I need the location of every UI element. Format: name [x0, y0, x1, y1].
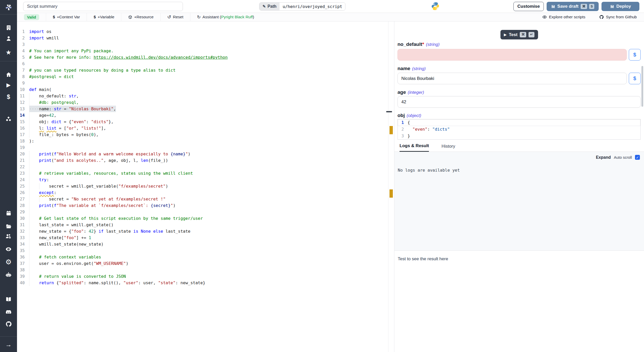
sidebar-item-schedules[interactable]: [0, 209, 17, 217]
age-input[interactable]: [397, 96, 641, 108]
json-editor-line[interactable]: 3}: [398, 133, 640, 139]
code-line[interactable]: 30 # Get last state of this script execu…: [17, 215, 388, 222]
code-line[interactable]: 6: [17, 61, 388, 67]
name-var-picker-button[interactable]: $: [629, 73, 641, 84]
add-resource-button[interactable]: +Resource: [121, 13, 160, 21]
obj-json-editor[interactable]: 1{2 "even": "dicts"3}: [397, 119, 641, 140]
code-line[interactable]: 24 try:: [17, 177, 388, 183]
name-input[interactable]: [397, 73, 627, 84]
code-line[interactable]: 33 new_state["foo"] += 1: [17, 234, 388, 241]
code-line[interactable]: 29: [17, 209, 388, 215]
code-line[interactable]: 32 new_state = {"foo": 42} if last_state…: [17, 228, 388, 234]
sidebar-item-favorites[interactable]: ★: [0, 48, 17, 57]
sidebar-item-variables[interactable]: $: [0, 93, 17, 101]
tab-logs-result[interactable]: Logs & Result: [400, 141, 429, 152]
sidebar-item-audit-logs[interactable]: [0, 245, 17, 254]
code-line[interactable]: 18):: [17, 138, 388, 144]
code-line[interactable]: 26 except:: [17, 189, 388, 196]
code-line[interactable]: 8#postgresql = dict: [17, 73, 388, 80]
field-label-age: age(integer): [397, 89, 424, 95]
code-line[interactable]: 31 last_state = wmill.get_state(): [17, 222, 388, 228]
code-line[interactable]: 5# See here for more info: https://docs.…: [17, 54, 388, 61]
sidebar-item-groups[interactable]: [0, 232, 17, 241]
expand-button[interactable]: Expand: [596, 155, 611, 160]
code-line[interactable]: 20 print(f"Hello World and a warm welcom…: [17, 151, 388, 157]
code-line[interactable]: 25 secret = wmill.get_variable("f/exampl…: [17, 183, 388, 189]
code-line[interactable]: 2import wmill: [17, 35, 388, 41]
code-line[interactable]: 40 return {"splitted": name.split(), "us…: [17, 280, 388, 286]
test-button[interactable]: ▶ Test ⌘ ↵: [500, 30, 538, 39]
sidebar-item-folders[interactable]: [0, 222, 17, 231]
sidebar-item-home[interactable]: [0, 70, 17, 79]
sidebar-item-workspace[interactable]: [0, 23, 17, 32]
code-line[interactable]: 22: [17, 164, 388, 170]
windmill-logo[interactable]: [0, 3, 17, 12]
sidebar-item-settings[interactable]: ⚙: [0, 258, 17, 266]
code-line[interactable]: 11 no_default: str,: [17, 93, 388, 99]
script-summary-input[interactable]: [23, 2, 183, 11]
play-icon: ▶: [504, 33, 506, 37]
sidebar-expand-button[interactable]: →: [0, 340, 17, 349]
user-icon: [6, 36, 12, 41]
sidebar-item-user[interactable]: [0, 34, 17, 43]
code-line[interactable]: 38: [17, 267, 388, 273]
panel-scrollbar-thumb[interactable]: [641, 66, 643, 107]
json-editor-line[interactable]: 2 "even": "dicts": [398, 126, 640, 133]
sync-from-github-button[interactable]: Sync from Github: [599, 15, 637, 19]
sidebar-item-runs[interactable]: ▶: [0, 80, 17, 89]
code-line[interactable]: 10def main(: [17, 86, 388, 93]
line-number: 32: [17, 228, 25, 234]
code-line[interactable]: 27 secret = "No secret yet at f/examples…: [17, 196, 388, 202]
code-line[interactable]: 37 user = os.environ.get("WM_USERNAME"): [17, 260, 388, 267]
deploy-button[interactable]: Deploy: [601, 2, 639, 11]
code-line[interactable]: 36 # fetch context variables: [17, 254, 388, 260]
add-variable-button[interactable]: $ +Variable: [87, 13, 121, 21]
code-line[interactable]: 14 age=42,: [17, 112, 388, 119]
code-line[interactable]: 7# you can use typed resources by doing …: [17, 67, 388, 73]
sidebar-item-resources[interactable]: [0, 115, 17, 124]
code-line[interactable]: 3: [17, 41, 388, 48]
code-line[interactable]: 35: [17, 247, 388, 254]
auto-scroll-label: Auto scroll: [614, 155, 632, 160]
users-gear-icon: [5, 233, 12, 239]
line-number: 6: [17, 61, 25, 67]
arrow-right-icon: →: [5, 341, 12, 348]
eye-icon: [542, 15, 547, 19]
sidebar-item-github[interactable]: [0, 320, 17, 328]
code-line[interactable]: 1import os: [17, 28, 388, 35]
field-type: (string): [412, 66, 426, 71]
sidebar-item-docs[interactable]: [0, 295, 17, 304]
code-line[interactable]: 28 print(f"The variable at `f/examples/s…: [17, 202, 388, 209]
add-context-var-button[interactable]: $ +Context Var: [46, 13, 87, 21]
line-number: 7: [17, 67, 25, 73]
json-editor-line[interactable]: 1{: [398, 119, 640, 126]
code-line[interactable]: 13····name:·str·=·"Nicolas·Bourbaki",: [17, 106, 388, 112]
code-line[interactable]: 16 l: list = ["or", "lists!"],: [17, 125, 388, 131]
code-line[interactable]: 9: [17, 80, 388, 86]
reset-button[interactable]: ↺ Reset: [160, 13, 190, 21]
no-default-var-picker-button[interactable]: $: [629, 49, 641, 61]
code-line[interactable]: 39 # return value is converted to JSON: [17, 273, 388, 280]
github-icon: [5, 321, 12, 327]
code-line[interactable]: 15 obj: dict = {"even": "dicts"},: [17, 119, 388, 125]
no-default-input[interactable]: [397, 49, 627, 61]
code-line[interactable]: 19: [17, 144, 388, 151]
sidebar-item-discord[interactable]: [0, 308, 17, 316]
save-draft-button[interactable]: Save draft ⌘ S: [547, 2, 599, 11]
auto-scroll-checkbox[interactable]: ✓: [635, 155, 640, 160]
code-line[interactable]: 23 # retrieve variables, resources, stat…: [17, 170, 388, 177]
customise-button[interactable]: Customise: [513, 2, 544, 11]
sidebar-item-workers[interactable]: [0, 270, 17, 279]
explore-other-scripts-button[interactable]: Explore other scripts: [542, 15, 585, 19]
pane-resize-handle[interactable]: [386, 111, 392, 112]
code-line[interactable]: 4# You can import any PyPi package.: [17, 48, 388, 54]
code-editor[interactable]: 1import os2import wmill34# You can impor…: [17, 21, 388, 352]
code-line[interactable]: 34 wmill.set_state(new_state): [17, 241, 388, 247]
code-line[interactable]: 17 file_: bytes = bytes(0),: [17, 131, 388, 138]
tab-history[interactable]: History: [442, 141, 455, 152]
line-number: 34: [17, 241, 25, 247]
path-badge[interactable]: ✎ Path u/henri/overjoyed_script: [259, 2, 345, 11]
assistant-button[interactable]: ↻ Assistant (Pyright Black Ruff): [190, 13, 261, 21]
code-line[interactable]: 21 print("and its acolytes..", age, obj,…: [17, 157, 388, 164]
code-line[interactable]: 12 #db: postgresql,: [17, 99, 388, 106]
